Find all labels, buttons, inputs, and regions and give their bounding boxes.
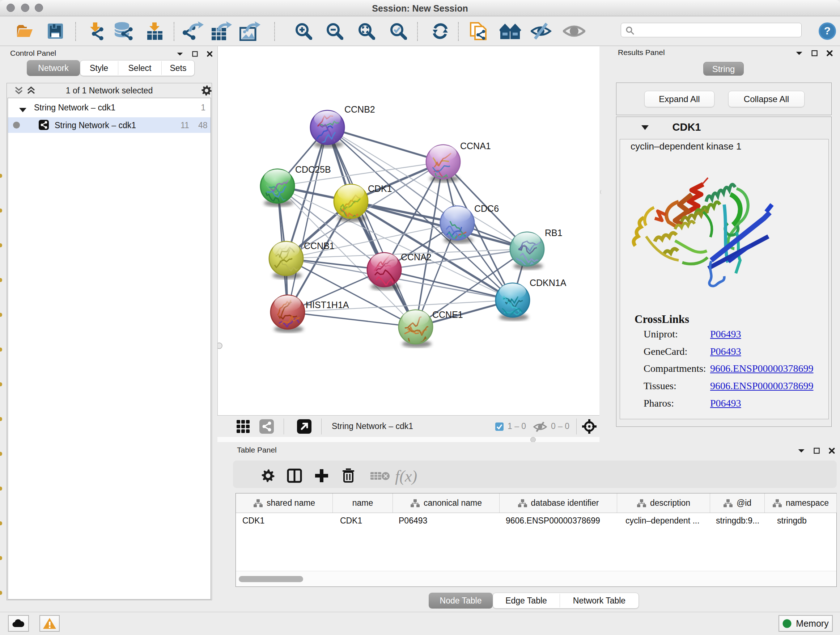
svg-text:CDC6: CDC6 [474,203,499,214]
svg-text:HIST1H1A: HIST1H1A [306,300,349,310]
svg-text:CDK1: CDK1 [368,184,392,194]
svg-text:RB1: RB1 [545,228,562,238]
svg-text:CCNE1: CCNE1 [432,310,463,320]
svg-text:CCNB2: CCNB2 [344,104,375,114]
svg-text:CCNB1: CCNB1 [304,241,335,251]
svg-text:CDKN1A: CDKN1A [530,278,567,288]
svg-text:CDC25B: CDC25B [295,165,331,174]
svg-text:CCNA2: CCNA2 [401,252,431,262]
svg-text:CCNA1: CCNA1 [460,141,491,151]
svg-text:?: ? [824,25,831,36]
